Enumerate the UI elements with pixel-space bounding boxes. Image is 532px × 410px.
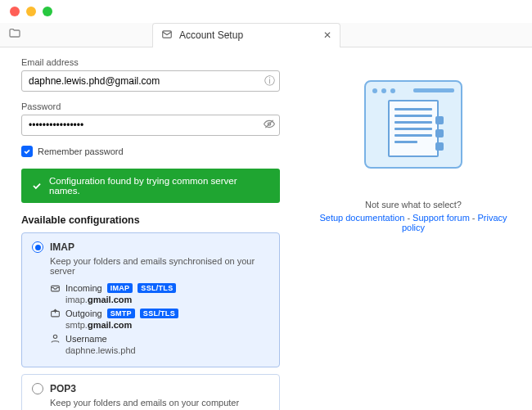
remember-password-checkbox[interactable]: Remember password	[21, 146, 280, 157]
radio-selected-icon	[32, 241, 43, 253]
window-minimize-button[interactable]	[26, 7, 36, 16]
badge-ssltls: SSL/TLS	[138, 283, 176, 293]
tabbar: Account Setup ✕	[0, 23, 532, 47]
svg-point-5	[53, 335, 56, 338]
envelope-icon	[161, 29, 173, 43]
link-support-forum[interactable]: Support forum	[413, 213, 470, 223]
incoming-host: imap.gmail.com	[65, 295, 269, 304]
folder-icon[interactable]	[8, 27, 21, 43]
incoming-label: Incoming	[65, 283, 102, 293]
info-icon[interactable]: ⓘ	[264, 74, 275, 88]
illustration	[364, 80, 462, 169]
available-configs-heading: Available configurations	[21, 214, 280, 226]
radio-unselected-icon	[32, 383, 43, 394]
password-label: Password	[21, 101, 280, 111]
window-titlebar	[0, 0, 532, 23]
username-label: Username	[65, 334, 107, 344]
inbox-icon	[50, 282, 61, 293]
username-value: daphne.lewis.phd	[65, 345, 269, 355]
user-icon	[50, 333, 61, 344]
help-title: Not sure what to select?	[311, 200, 516, 210]
badge-smtp: SMTP	[107, 309, 135, 318]
config-option-pop3[interactable]: POP3 Keep your folders and emails on you…	[21, 374, 280, 410]
tab-title: Account Setup	[179, 29, 243, 41]
imap-title: IMAP	[50, 241, 74, 253]
window-zoom-button[interactable]	[43, 7, 52, 16]
eye-icon[interactable]	[264, 119, 275, 133]
outgoing-label: Outgoing	[65, 309, 102, 318]
banner-text: Configuration found by trying common ser…	[49, 176, 270, 196]
outgoing-host: smtp.gmail.com	[65, 320, 269, 330]
password-field[interactable]	[21, 115, 280, 136]
pop3-title: POP3	[50, 383, 76, 394]
badge-imap: IMAP	[107, 283, 133, 293]
badge-ssltls: SSL/TLS	[140, 309, 178, 318]
email-field[interactable]	[21, 70, 280, 92]
success-banner: Configuration found by trying common ser…	[21, 169, 280, 203]
pop3-subtitle: Keep your folders and emails on your com…	[50, 398, 269, 408]
window-close-button[interactable]	[10, 7, 20, 16]
tab-account-setup[interactable]: Account Setup ✕	[152, 23, 340, 47]
checkbox-checked-icon	[21, 146, 33, 157]
config-option-imap[interactable]: IMAP Keep your folders and emails synchr…	[21, 232, 280, 367]
remember-password-label: Remember password	[38, 146, 124, 156]
imap-subtitle: Keep your folders and emails synchronise…	[50, 256, 269, 276]
link-setup-docs[interactable]: Setup documentation	[319, 213, 404, 223]
help-links: Setup documentation-Support forum-Privac…	[311, 213, 516, 232]
email-label: Email address	[21, 57, 280, 67]
close-icon[interactable]: ✕	[323, 29, 331, 41]
traffic-lights	[10, 7, 52, 16]
check-icon	[31, 180, 43, 191]
outbox-icon	[50, 308, 61, 318]
